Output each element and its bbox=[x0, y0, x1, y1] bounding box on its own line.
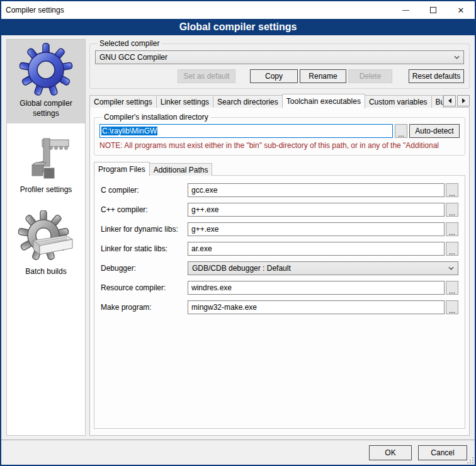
subtab-additional-paths[interactable]: Additional Paths bbox=[149, 163, 213, 176]
resource-compiler-browse-button[interactable]: ... bbox=[446, 281, 458, 295]
tab-search-directories[interactable]: Search directories bbox=[213, 95, 283, 108]
tab-linker-settings[interactable]: Linker settings bbox=[156, 95, 213, 108]
dialog-footer: OK Cancel bbox=[1, 440, 475, 465]
installation-directory-row: C:\raylib\MinGW ... Auto-detect bbox=[99, 124, 460, 138]
window-title: Compiler settings bbox=[1, 6, 64, 14]
minimize-icon bbox=[402, 10, 409, 11]
installation-directory-browse-button[interactable]: ... bbox=[395, 124, 407, 138]
installation-directory-value: C:\raylib\MinGW bbox=[101, 127, 157, 135]
blue-gear-icon bbox=[17, 42, 75, 98]
set-as-default-button: Set as default bbox=[178, 69, 235, 83]
selected-compiler-group: Selected compiler GNU GCC Compiler Set a… bbox=[89, 39, 470, 89]
cpp-compiler-browse-button[interactable]: ... bbox=[446, 203, 458, 217]
cpp-compiler-input[interactable] bbox=[188, 203, 445, 217]
tab-scroll-left-button[interactable] bbox=[443, 95, 456, 106]
c-compiler-row: C compiler: ... bbox=[101, 183, 458, 197]
c-compiler-label: C compiler: bbox=[101, 186, 188, 195]
compiler-settings-dialog: Compiler settings ✕ Global compiler sett… bbox=[0, 0, 476, 466]
caption-buttons: ✕ bbox=[392, 1, 475, 19]
compiler-select[interactable]: GNU GCC Compiler bbox=[95, 50, 464, 64]
static-linker-input[interactable] bbox=[188, 242, 445, 256]
tab-scroll-right-button[interactable] bbox=[457, 95, 470, 106]
tab-compiler-settings[interactable]: Compiler settings bbox=[89, 95, 157, 108]
auto-detect-button[interactable]: Auto-detect bbox=[409, 124, 460, 138]
ok-button[interactable]: OK bbox=[369, 445, 412, 460]
arrow-left-icon bbox=[448, 98, 451, 103]
sidebar-item-global-compiler-settings[interactable]: Global compiler settings bbox=[7, 40, 85, 123]
dialog-body: Global compiler settings bbox=[1, 35, 475, 440]
close-button[interactable]: ✕ bbox=[447, 1, 475, 19]
program-files-page: C compiler: ... C++ compiler: ... Linker… bbox=[94, 175, 465, 429]
make-program-row: Make program: ... bbox=[101, 300, 458, 314]
sidebar-item-label: Profiler settings bbox=[20, 185, 72, 195]
sidebar-item-batch-builds[interactable]: Batch builds bbox=[7, 208, 85, 282]
dynamic-linker-input[interactable] bbox=[188, 222, 445, 236]
make-program-input[interactable] bbox=[188, 300, 445, 314]
dynamic-linker-browse-button[interactable]: ... bbox=[446, 222, 458, 236]
subtab-program-files[interactable]: Program Files bbox=[94, 162, 150, 176]
make-program-label: Make program: bbox=[101, 303, 188, 312]
chevron-down-icon bbox=[448, 266, 454, 270]
cancel-button[interactable]: Cancel bbox=[418, 445, 467, 460]
rename-button[interactable]: Rename bbox=[300, 69, 346, 83]
settings-category-list: Global compiler settings bbox=[6, 39, 86, 436]
program-files-tabstrip: Program Files Additional Paths bbox=[94, 162, 465, 176]
installation-directory-input[interactable]: C:\raylib\MinGW bbox=[99, 124, 393, 138]
compiler-select-value: GNU GCC Compiler bbox=[99, 53, 454, 62]
titlebar[interactable]: Compiler settings ✕ bbox=[1, 1, 475, 19]
debugger-label: Debugger: bbox=[101, 264, 188, 273]
bin-subdirectory-note: NOTE: All programs must exist either in … bbox=[99, 141, 460, 150]
resource-compiler-row: Resource compiler: ... bbox=[101, 281, 458, 295]
debugger-row: Debugger: GDB/CDB debugger : Default bbox=[101, 261, 458, 275]
resize-grip[interactable] bbox=[467, 457, 473, 463]
dynamic-linker-label: Linker for dynamic libs: bbox=[101, 225, 188, 234]
tab-custom-variables[interactable]: Custom variables bbox=[365, 95, 432, 108]
installation-directory-group: Compiler's installation directory C:\ray… bbox=[94, 113, 465, 156]
debugger-select[interactable]: GDB/CDB debugger : Default bbox=[188, 261, 458, 275]
static-linker-browse-button[interactable]: ... bbox=[446, 242, 458, 256]
static-linker-row: Linker for static libs: ... bbox=[101, 242, 458, 256]
resource-compiler-input[interactable] bbox=[188, 281, 445, 295]
sidebar-item-label: Global compiler settings bbox=[8, 99, 84, 118]
make-program-browse-button[interactable]: ... bbox=[446, 300, 458, 314]
tab-scroll-arrows bbox=[443, 95, 470, 108]
delete-button: Delete bbox=[348, 69, 392, 83]
c-compiler-input[interactable] bbox=[188, 183, 445, 197]
gray-gear-stack-icon bbox=[17, 210, 75, 266]
tab-toolchain-executables[interactable]: Toolchain executables bbox=[282, 94, 365, 108]
dialog-banner: Global compiler settings bbox=[1, 19, 475, 35]
c-compiler-browse-button[interactable]: ... bbox=[446, 183, 458, 197]
arrow-right-icon bbox=[462, 98, 465, 103]
debugger-select-value: GDB/CDB debugger : Default bbox=[192, 264, 448, 273]
resource-compiler-label: Resource compiler: bbox=[101, 283, 188, 292]
maximize-button[interactable] bbox=[419, 1, 447, 19]
static-linker-label: Linker for static libs: bbox=[101, 244, 188, 253]
installation-directory-group-label: Compiler's installation directory bbox=[102, 113, 210, 122]
main-panel: Selected compiler GNU GCC Compiler Set a… bbox=[89, 39, 470, 436]
cpp-compiler-row: C++ compiler: ... bbox=[101, 203, 458, 217]
minimize-button[interactable] bbox=[392, 1, 419, 19]
reset-defaults-button[interactable]: Reset defaults bbox=[409, 69, 464, 83]
maximize-icon bbox=[430, 7, 436, 13]
caliper-icon bbox=[21, 134, 71, 184]
sidebar-item-profiler-settings[interactable]: Profiler settings bbox=[7, 131, 85, 200]
chevron-down-icon bbox=[454, 55, 460, 59]
sidebar-item-label: Batch builds bbox=[25, 267, 66, 277]
close-icon: ✕ bbox=[458, 6, 465, 14]
selected-compiler-group-label: Selected compiler bbox=[98, 39, 161, 48]
copy-button[interactable]: Copy bbox=[250, 69, 298, 83]
cpp-compiler-label: C++ compiler: bbox=[101, 205, 188, 214]
tab-build-options[interactable]: Build options bbox=[431, 95, 443, 108]
compiler-buttons-row: Set as default Copy Rename Delete Reset … bbox=[95, 69, 464, 83]
dynamic-linker-row: Linker for dynamic libs: ... bbox=[101, 222, 458, 236]
settings-tabstrip: Compiler settings Linker settings Search… bbox=[89, 94, 470, 108]
toolchain-executables-page: Compiler's installation directory C:\ray… bbox=[89, 107, 470, 436]
